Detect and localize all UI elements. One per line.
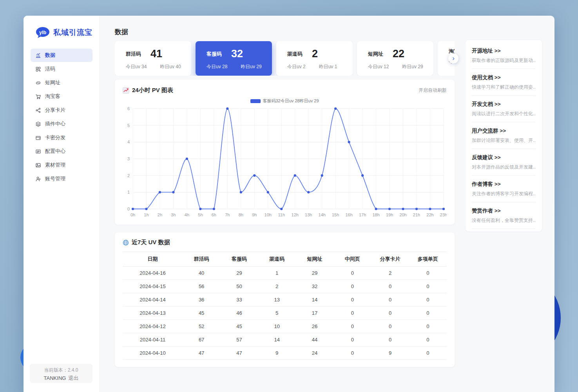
table-row: 2024-04-1252451026000 [123, 320, 447, 333]
sidebar-item-share-card[interactable]: 分享卡片 [31, 103, 92, 117]
sidebar-menu: 数据活码短网址淘宝客分享卡片插件中心卡密分发配置中心素材管理账号管理 [24, 49, 99, 185]
table-cell: 0 [409, 347, 447, 360]
carousel-next-button[interactable]: › [448, 53, 458, 64]
table-cell: 47 [220, 347, 258, 360]
table-cell: 9 [258, 347, 296, 360]
stat-card-1[interactable]: 群活码41今日uv 34昨日uv 40 [115, 41, 191, 76]
stat-card-2[interactable]: 客服码32今日uv 28昨日uv 29 [196, 41, 272, 76]
app-window: ylb 私域引流宝 数据活码短网址淘宝客分享卡片插件中心卡密分发配置中心素材管理… [24, 16, 554, 392]
sidebar-item-taobao[interactable]: 淘宝客 [31, 90, 92, 103]
table-row: 2024-04-1436331314000 [123, 293, 447, 307]
stat-today-uv: 今日uv 2 [287, 64, 306, 70]
sidebar-item-config-center[interactable]: 配置中心 [31, 145, 92, 158]
table-cell: 45 [183, 307, 220, 320]
table-cell: 2024-04-13 [123, 307, 183, 320]
stat-card-label: 客服码 [207, 51, 222, 58]
sidebar-item-plugin-center[interactable]: 插件中心 [31, 117, 92, 131]
table-column-header: 短网址 [296, 252, 333, 267]
sidebar-item-label: 配置中心 [45, 148, 65, 155]
svg-text:18h: 18h [372, 212, 379, 217]
link-desc: 对本开源作品的反馈及开发建... [472, 164, 536, 171]
svg-text:0: 0 [127, 207, 130, 211]
table-column-header: 多项单页 [409, 252, 447, 267]
table-title-row: 近7天 UV 数据 [123, 239, 447, 246]
link-title-donate[interactable]: 赞赏作者 >> [472, 207, 536, 214]
table-cell: 0 [409, 280, 447, 293]
sidebar-item-label: 活码 [45, 65, 55, 73]
stat-cards-strip: 群活码41今日uv 34昨日uv 40客服码32今日uv 28昨日uv 29渠道… [115, 41, 455, 76]
table-cell: 0 [333, 307, 371, 320]
table-cell: 0 [333, 333, 371, 347]
link-title-open-source[interactable]: 开源地址 >> [472, 47, 536, 54]
share-icon [35, 107, 41, 113]
chart-icon [35, 53, 41, 58]
logo-icon: ylb [35, 27, 50, 38]
version-label: 当前版本：2.4.0 [30, 367, 92, 374]
stat-card-4[interactable]: 短网址22今日uv 12昨日uv 29 [357, 41, 433, 76]
logo-title: 私域引流宝 [53, 27, 92, 38]
svg-text:0h: 0h [130, 212, 135, 217]
stat-card-3[interactable]: 渠道码2今日uv 2昨日uv 1 [276, 41, 353, 76]
link-desc: 加群讨论部署安装、使用、开... [472, 137, 536, 144]
table-cell: 2 [371, 267, 409, 280]
table-row: 2024-04-1167571444000 [123, 333, 447, 347]
table-cell: 0 [409, 320, 447, 333]
stat-yesterday-uv: 昨日uv 1 [319, 64, 337, 70]
footer-username[interactable]: TANKING [44, 375, 66, 381]
sidebar-item-live-code[interactable]: 活码 [31, 62, 92, 76]
svg-text:4: 4 [127, 140, 130, 144]
sidebar-item-short-url[interactable]: 短网址 [31, 76, 92, 89]
stat-card-value: 22 [393, 48, 404, 60]
table-body: 2024-04-1640291290202024-04-155650232000… [123, 267, 447, 360]
link-desc: 关注作者的博客学习开发编程... [472, 191, 536, 197]
link-title-blog[interactable]: 作者博客 >> [472, 181, 536, 188]
image-icon [35, 162, 41, 168]
svg-text:2: 2 [127, 173, 130, 178]
svg-text:9h: 9h [252, 212, 257, 217]
sidebar-item-card-key[interactable]: 卡密分发 [31, 131, 92, 144]
table-cell: 0 [409, 267, 447, 280]
table-column-header: 群活码 [183, 252, 220, 267]
table-cell: 29 [296, 267, 333, 280]
svg-text:14h: 14h [319, 212, 326, 217]
table-cell: 26 [296, 320, 333, 333]
chart-title-row: 24小时 PV 图表 [123, 87, 173, 94]
sidebar-item-material[interactable]: 素材管理 [31, 158, 92, 172]
svg-text:7h: 7h [225, 212, 230, 217]
table-cell: 13 [258, 293, 296, 307]
link-desc: 快速学习和了解正确的使用姿... [472, 84, 536, 91]
sidebar-item-account[interactable]: 账号管理 [31, 172, 92, 185]
chart-title: 24小时 PV 图表 [132, 87, 173, 94]
table-cell: 2024-04-16 [123, 267, 183, 280]
link-title-feedback[interactable]: 反馈建议 >> [472, 154, 536, 161]
table-cell: 0 [333, 320, 371, 333]
sidebar-item-label: 淘宝客 [45, 93, 60, 100]
main-area: 数据 群活码41今日uv 34昨日uv 40客服码32今日uv 28昨日uv 2… [99, 16, 554, 392]
table-cell: 0 [409, 333, 447, 347]
sidebar-item-data[interactable]: 数据 [31, 49, 92, 62]
svg-text:11h: 11h [278, 212, 285, 217]
table-row: 2024-04-155650232000 [123, 280, 447, 293]
link-title-user-group[interactable]: 用户交流群 >> [472, 127, 536, 134]
table-cell: 0 [371, 333, 409, 347]
svg-text:ylb: ylb [39, 30, 46, 35]
sidebar-item-label: 数据 [45, 52, 55, 59]
table-column-header: 客服码 [220, 252, 258, 267]
table-row: 2024-04-164029129020 [123, 267, 447, 280]
table-cell: 14 [296, 293, 333, 307]
table-title: 近7天 UV 数据 [132, 239, 170, 246]
link-title-dev-docs[interactable]: 开发文档 >> [472, 101, 536, 108]
table-cell: 56 [183, 280, 220, 293]
table-cell: 2024-04-14 [123, 293, 183, 307]
svg-text:15h: 15h [332, 212, 339, 217]
pv-line-chart: 0h1h2h3h4h5h6h7h8h9h10h11h12h13h14h15h16… [123, 105, 447, 219]
link-title-usage-docs[interactable]: 使用文档 >> [472, 74, 536, 81]
logout-button[interactable]: 退出 [68, 375, 78, 381]
table-cell: 2 [258, 280, 296, 293]
stat-card-value: 2 [312, 48, 318, 60]
auto-refresh-toggle[interactable]: 开启自动刷新 [419, 87, 447, 94]
stat-card-value: 41 [150, 48, 162, 60]
table-cell: 14 [258, 333, 296, 347]
table-cell: 0 [371, 320, 409, 333]
svg-text:16h: 16h [345, 212, 352, 217]
